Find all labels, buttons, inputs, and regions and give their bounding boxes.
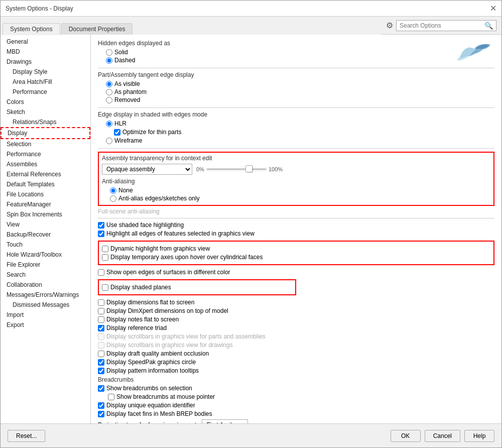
radio-as-visible[interactable] [106, 81, 112, 87]
cb-shaded-planes-label: Display shaded planes [110, 284, 171, 291]
radio-none[interactable] [110, 187, 116, 194]
cb-scrollbars-drawings-row: Display scrollbars in graphics view for … [98, 342, 494, 349]
sidebar-item-touch[interactable]: Touch [1, 240, 90, 250]
cb-highlight-edges-row: Highlight all edges of features selected… [98, 230, 494, 237]
sidebar-item-relations-snaps[interactable]: Relations/Snaps [1, 117, 90, 127]
sidebar-item-file-locations[interactable]: File Locations [1, 189, 90, 199]
cb-open-edges[interactable] [98, 269, 104, 276]
sidebar-item-export[interactable]: Export [1, 320, 90, 330]
cb-dims-flat[interactable] [98, 299, 104, 306]
cb-ref-triad[interactable] [98, 325, 104, 331]
sidebar-item-mbd[interactable]: MBD [1, 47, 90, 57]
sidebar-item-selection[interactable]: Selection [1, 139, 90, 149]
sidebar-item-featuremanager[interactable]: FeatureManager [1, 199, 90, 209]
cb-facet-fins[interactable] [98, 411, 104, 417]
sidebar-item-area-hatch[interactable]: Area Hatch/Fill [1, 77, 90, 87]
radio-as-phantom-label: As phantom [114, 88, 147, 95]
transparency-slider[interactable] [206, 168, 267, 170]
radio-removed[interactable] [106, 97, 112, 103]
cb-unique-eq-row: Display unique equation identifier [98, 402, 494, 409]
radio-none-row: None [110, 187, 490, 194]
cb-breadcrumbs-selection[interactable] [98, 385, 104, 392]
breadcrumbs-label: Breadcrumbs [98, 376, 494, 383]
assembly-transparency-section: Assembly transparency for in context edi… [98, 152, 494, 206]
sidebar-item-external-references[interactable]: External References [1, 169, 90, 179]
tangent-edge-section: Part/Assembly tangent edge display As vi… [98, 71, 494, 103]
projection-select[interactable]: First Angle Third Angle [202, 419, 248, 423]
sidebar-item-default-templates[interactable]: Default Templates [1, 179, 90, 189]
sidebar-item-search[interactable]: Search [1, 270, 90, 280]
sidebar-item-assemblies[interactable]: Assemblies [1, 159, 90, 169]
cb-dimxpert[interactable] [98, 308, 104, 314]
cb-unique-eq[interactable] [98, 402, 104, 409]
cb-speedpak[interactable] [98, 359, 104, 366]
cb-shaded-planes[interactable] [102, 284, 108, 291]
cb-draft-quality[interactable] [98, 351, 104, 357]
cb-temp-axes-label: Display temporary axes upon hover over c… [110, 254, 263, 261]
help-button[interactable]: Help [464, 430, 494, 442]
cb-dynamic-highlight-row: Dynamic highlight from graphics view [102, 245, 490, 252]
sidebar-item-messages[interactable]: Messages/Errors/Warnings [1, 290, 90, 300]
cb-speedpak-row: Display SpeedPak graphics circle [98, 359, 494, 366]
radio-anti-alias[interactable] [110, 195, 116, 202]
cb-open-edges-label: Show open edges of surfaces in different… [106, 269, 230, 276]
sidebar-item-display-style[interactable]: Display Style [1, 67, 90, 77]
radio-hlr-row: HLR [106, 120, 494, 127]
sidebar-item-drawings[interactable]: Drawings [1, 57, 90, 67]
transparency-dropdown[interactable]: Opaque assembly Translucent assembly [102, 164, 192, 175]
radio-dashed[interactable] [106, 57, 112, 64]
radio-hlr-label: HLR [114, 120, 127, 127]
cancel-button[interactable]: Cancel [425, 430, 460, 442]
radio-solid[interactable] [106, 49, 112, 56]
sidebar-item-display[interactable]: Display [1, 127, 90, 139]
transparency-slider-wrapper: 0% 100% [196, 166, 283, 172]
tab-system-options[interactable]: System Options [3, 23, 60, 35]
projection-label: Projection type for four view viewport: [98, 421, 198, 423]
cb-pattern-info[interactable] [98, 368, 104, 374]
sidebar-item-view[interactable]: View [1, 219, 90, 230]
radio-hlr[interactable] [106, 121, 112, 127]
footer-buttons: OK Cancel Help [391, 430, 494, 442]
search-button[interactable]: 🔍 [484, 22, 493, 30]
cb-breadcrumbs-mouse[interactable] [108, 394, 114, 400]
sidebar-item-spin-box[interactable]: Spin Box Increments [1, 209, 90, 219]
dynamic-highlight-box: Dynamic highlight from graphics view Dis… [98, 241, 494, 265]
footer-left: Reset... [8, 430, 45, 442]
cb-notes-flat[interactable] [98, 316, 104, 323]
cb-breadcrumbs-selection-label: Show breadcrumbs on selection [106, 385, 192, 392]
radio-anti-alias-label: Anti-alias edges/sketches only [118, 195, 199, 202]
cb-highlight-edges[interactable] [98, 231, 104, 237]
cb-temp-axes[interactable] [102, 254, 108, 261]
ok-button[interactable]: OK [391, 430, 421, 442]
cb-ref-triad-label: Display reference triad [106, 324, 167, 331]
sidebar-item-performance[interactable]: Performance [1, 149, 90, 159]
radio-wireframe[interactable] [106, 138, 112, 144]
sidebar-item-performance-drawings[interactable]: Performance [1, 87, 90, 97]
shaded-planes-box: Display shaded planes [98, 279, 296, 295]
tab-document-properties[interactable]: Document Properties [61, 23, 133, 35]
sidebar-item-import[interactable]: Import [1, 310, 90, 320]
reset-button[interactable]: Reset... [8, 430, 45, 442]
window-title: System Options - Display [6, 5, 73, 12]
cb-scrollbars-parts-row: Display scrollbars in graphics view for … [98, 333, 494, 340]
sidebar-item-hole-wizard[interactable]: Hole Wizard/Toolbox [1, 250, 90, 260]
sidebar-item-backup-recover[interactable]: Backup/Recover [1, 230, 90, 240]
sidebar-item-general[interactable]: General [1, 37, 90, 47]
optimize-label: Optimize for thin parts [122, 129, 181, 136]
slider-thumb [245, 165, 253, 172]
sidebar-item-colors[interactable]: Colors [1, 97, 90, 107]
radio-wireframe-label: Wireframe [114, 137, 142, 144]
cb-dynamic-highlight[interactable] [102, 246, 108, 252]
radio-removed-row: Removed [106, 96, 494, 103]
sidebar-item-file-explorer[interactable]: File Explorer [1, 260, 90, 270]
search-input[interactable] [400, 22, 484, 29]
radio-as-phantom[interactable] [106, 89, 112, 95]
optimize-checkbox[interactable] [114, 129, 120, 136]
sidebar-item-sketch[interactable]: Sketch [1, 107, 90, 117]
cb-shaded-face[interactable] [98, 222, 104, 229]
cb-facet-fins-row: Display facet fins in Mesh BREP bodies [98, 410, 494, 417]
sidebar-item-collaboration[interactable]: Collaboration [1, 280, 90, 290]
cb-highlight-edges-label: Highlight all edges of features selected… [106, 230, 255, 237]
close-button[interactable]: ✕ [490, 5, 496, 13]
sidebar-item-dismissed-messages[interactable]: Dismissed Messages [1, 300, 90, 310]
